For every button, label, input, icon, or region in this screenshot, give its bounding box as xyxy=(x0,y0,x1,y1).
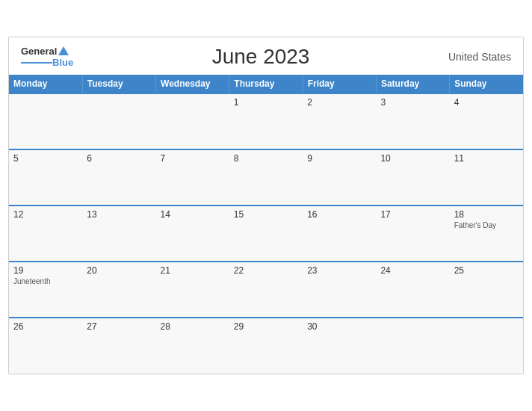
day-cell-w2-d4: 8 xyxy=(229,149,303,206)
day-cell-w2-d1: 5 xyxy=(9,149,82,206)
day-cell-w5-d3: 28 xyxy=(156,318,229,374)
day-cell-w5-d5: 30 xyxy=(303,318,376,374)
day-cell-w2-d5: 9 xyxy=(303,149,376,206)
header-wednesday: Wednesday xyxy=(156,75,229,93)
day-number: 7 xyxy=(161,153,225,164)
logo-triangle-icon xyxy=(58,46,69,55)
day-number: 4 xyxy=(454,97,519,108)
day-cell-w3-d6: 17 xyxy=(376,206,449,262)
day-number: 27 xyxy=(87,321,151,332)
day-number: 30 xyxy=(307,321,371,332)
header-saturday: Saturday xyxy=(376,75,449,93)
logo-general-text: General xyxy=(21,46,57,57)
day-cell-w3-d3: 14 xyxy=(156,206,229,262)
day-cell-w5-d2: 27 xyxy=(82,318,155,374)
day-cell-w2-d3: 7 xyxy=(156,149,229,206)
day-cell-w4-d4: 22 xyxy=(229,262,303,318)
day-cell-w4-d3: 21 xyxy=(156,262,229,318)
day-cell-w5-d7 xyxy=(450,318,523,374)
calendar-header: General Blue June 2023 United States xyxy=(9,37,523,75)
calendar-region: United States xyxy=(448,51,511,63)
day-cell-w1-d2 xyxy=(82,93,155,149)
day-number: 18 xyxy=(454,209,519,220)
day-cell-w3-d7: 18Father's Day xyxy=(450,206,523,262)
day-number: 9 xyxy=(307,153,371,164)
day-number: 20 xyxy=(87,265,151,276)
calendar-title: June 2023 xyxy=(212,45,310,69)
header-friday: Friday xyxy=(303,75,376,93)
day-number: 2 xyxy=(307,97,371,108)
header-thursday: Thursday xyxy=(229,75,303,93)
week-row-4: 19Juneteenth202122232425 xyxy=(9,262,523,318)
day-number: 29 xyxy=(234,321,298,332)
weekday-header-row: Monday Tuesday Wednesday Thursday Friday… xyxy=(9,75,523,93)
day-cell-w4-d2: 20 xyxy=(82,262,155,318)
day-number: 10 xyxy=(380,153,445,164)
day-cell-w1-d3 xyxy=(156,93,229,149)
day-number: 19 xyxy=(13,265,78,276)
logo-blue-text: Blue xyxy=(52,57,73,68)
day-number: 28 xyxy=(161,321,225,332)
day-cell-w4-d1: 19Juneteenth xyxy=(9,262,82,318)
day-number: 26 xyxy=(13,321,78,332)
day-number: 22 xyxy=(234,265,298,276)
day-cell-w4-d6: 24 xyxy=(376,262,449,318)
day-cell-w3-d2: 13 xyxy=(82,206,155,262)
day-cell-w2-d2: 6 xyxy=(82,149,155,206)
week-row-2: 567891011 xyxy=(9,149,523,206)
day-number: 21 xyxy=(161,265,225,276)
day-number: 8 xyxy=(234,153,298,164)
day-cell-w1-d4: 1 xyxy=(229,93,303,149)
day-number: 24 xyxy=(380,265,445,276)
day-cell-w4-d7: 25 xyxy=(450,262,523,318)
day-number: 25 xyxy=(454,265,519,276)
day-number: 17 xyxy=(380,209,445,220)
day-cell-w3-d1: 12 xyxy=(9,206,82,262)
day-number: 6 xyxy=(87,153,151,164)
week-row-3: 12131415161718Father's Day xyxy=(9,206,523,262)
week-row-5: 2627282930 xyxy=(9,318,523,374)
day-cell-w5-d1: 26 xyxy=(9,318,82,374)
day-number: 16 xyxy=(307,209,371,220)
day-cell-w3-d4: 15 xyxy=(229,206,303,262)
header-monday: Monday xyxy=(9,75,82,93)
day-cell-w5-d6 xyxy=(376,318,449,374)
day-number: 1 xyxy=(234,97,298,108)
day-number: 3 xyxy=(380,97,445,108)
day-cell-w1-d5: 2 xyxy=(303,93,376,149)
day-number: 12 xyxy=(13,209,78,220)
day-number: 13 xyxy=(87,209,151,220)
day-cell-w1-d7: 4 xyxy=(450,93,523,149)
week-row-1: 1234 xyxy=(9,93,523,149)
header-tuesday: Tuesday xyxy=(82,75,155,93)
day-number: 14 xyxy=(161,209,225,220)
day-number: 5 xyxy=(13,153,78,164)
day-event: Father's Day xyxy=(454,221,519,229)
day-number: 15 xyxy=(234,209,298,220)
day-number: 11 xyxy=(454,153,519,164)
day-cell-w2-d6: 10 xyxy=(376,149,449,206)
day-event: Juneteenth xyxy=(13,277,78,285)
day-cell-w1-d1 xyxy=(9,93,82,149)
day-number: 23 xyxy=(307,265,371,276)
logo-line xyxy=(21,62,52,64)
day-cell-w4-d5: 23 xyxy=(303,262,376,318)
logo: General Blue xyxy=(21,46,73,68)
day-cell-w2-d7: 11 xyxy=(450,149,523,206)
calendar-container: General Blue June 2023 United States Mon… xyxy=(8,37,524,374)
calendar-grid: Monday Tuesday Wednesday Thursday Friday… xyxy=(9,75,523,374)
day-cell-w5-d4: 29 xyxy=(229,318,303,374)
day-cell-w3-d5: 16 xyxy=(303,206,376,262)
header-sunday: Sunday xyxy=(450,75,523,93)
day-cell-w1-d6: 3 xyxy=(376,93,449,149)
